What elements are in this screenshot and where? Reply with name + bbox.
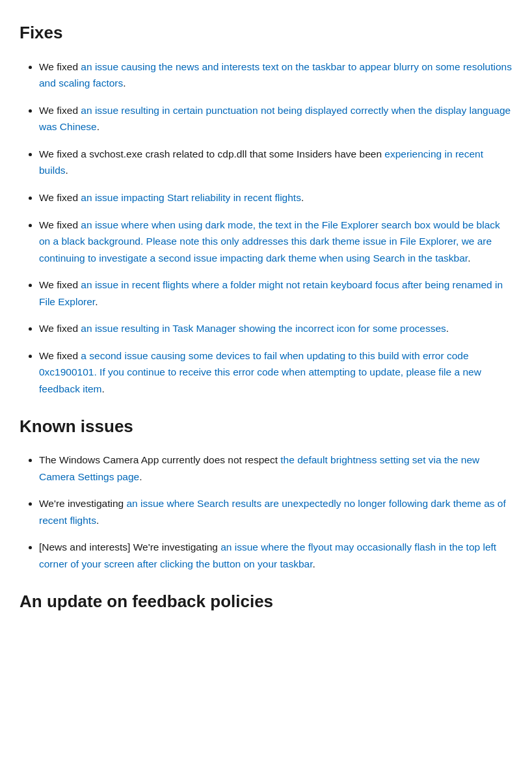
fix2-text-before: We fixed	[39, 105, 81, 116]
fix2-text-after: .	[97, 121, 100, 132]
fixes-section: Fixes We fixed an issue causing the news…	[20, 20, 512, 398]
fix1-text-before: We fixed	[39, 61, 81, 72]
fix3-text-before: We fixed a svchost.exe crash related to …	[39, 148, 384, 159]
list-item: We fixed an issue in recent flights wher…	[39, 277, 512, 310]
list-item: We fixed an issue resulting in certain p…	[39, 102, 512, 135]
fix2-link[interactable]: an issue resulting in certain punctuatio…	[39, 105, 511, 133]
fix6-text-before: We fixed	[39, 279, 81, 290]
fix5-text-before: We fixed	[39, 219, 81, 230]
fix8-link[interactable]: a second issue causing some devices to f…	[39, 350, 481, 394]
feedback-section: An update on feedback policies	[20, 588, 512, 616]
fix7-text-after: .	[446, 323, 449, 334]
list-item: We fixed an issue impacting Start reliab…	[39, 189, 512, 206]
ki2-text-after: .	[96, 515, 99, 526]
fix4-text-before: We fixed	[39, 192, 81, 203]
feedback-heading: An update on feedback policies	[20, 588, 512, 616]
fix4-link[interactable]: an issue impacting Start reliability in …	[81, 192, 301, 203]
fix8-text-after: .	[102, 383, 105, 394]
fix5-text-after: .	[468, 252, 470, 264]
fix1-text-after: .	[123, 77, 126, 89]
fix7-link[interactable]: an issue resulting in Task Manager showi…	[81, 323, 446, 334]
list-item: We fixed a svchost.exe crash related to …	[39, 146, 512, 179]
known-issues-section: Known issues The Windows Camera App curr…	[20, 413, 512, 573]
list-item: [News and interests] We're investigating…	[39, 539, 512, 572]
list-item: We fixed an issue where when using dark …	[39, 217, 512, 267]
fix6-link[interactable]: an issue in recent flights where a folde…	[39, 279, 503, 307]
list-item: We're investigating an issue where Searc…	[39, 495, 512, 528]
ki2-text-before: We're investigating	[39, 498, 127, 509]
list-item: The Windows Camera App currently does no…	[39, 452, 512, 485]
list-item: We fixed an issue resulting in Task Mana…	[39, 320, 512, 337]
fix3-text-after: .	[66, 165, 68, 176]
ki1-text-after: .	[139, 471, 142, 482]
fix4-text-after: .	[301, 192, 304, 203]
fix5-link[interactable]: an issue where when using dark mode, the…	[39, 219, 500, 264]
known-issues-heading: Known issues	[20, 413, 512, 441]
fix8-text-before: We fixed	[39, 350, 81, 361]
ki3-text-after: .	[312, 558, 315, 569]
fix1-link[interactable]: an issue causing the news and interests …	[39, 61, 512, 89]
fix6-text-after: .	[95, 296, 98, 307]
known-issues-list: The Windows Camera App currently does no…	[20, 452, 512, 572]
fixes-list: We fixed an issue causing the news and i…	[20, 59, 512, 398]
list-item: We fixed a second issue causing some dev…	[39, 348, 512, 398]
fix7-text-before: We fixed	[39, 323, 81, 334]
ki3-text-before: [News and interests] We're investigating	[39, 541, 220, 553]
fixes-heading: Fixes	[20, 20, 512, 47]
ki1-text-before: The Windows Camera App currently does no…	[39, 454, 280, 465]
list-item: We fixed an issue causing the news and i…	[39, 59, 512, 92]
